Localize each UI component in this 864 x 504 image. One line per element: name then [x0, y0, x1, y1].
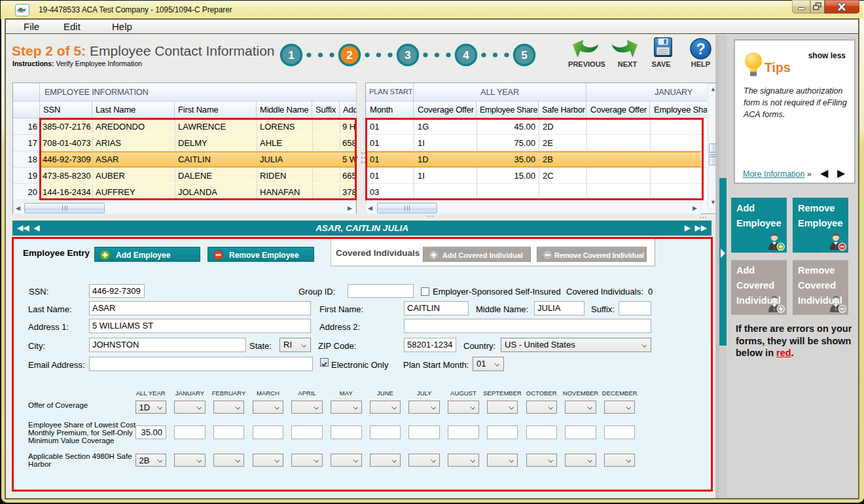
- svg-text:3: 3: [405, 49, 410, 62]
- svg-text:1: 1: [288, 49, 294, 62]
- svg-text:2: 2: [346, 49, 352, 62]
- svg-text:?: ?: [696, 41, 705, 58]
- svg-text:4: 4: [463, 49, 469, 62]
- svg-text:5: 5: [521, 49, 527, 62]
